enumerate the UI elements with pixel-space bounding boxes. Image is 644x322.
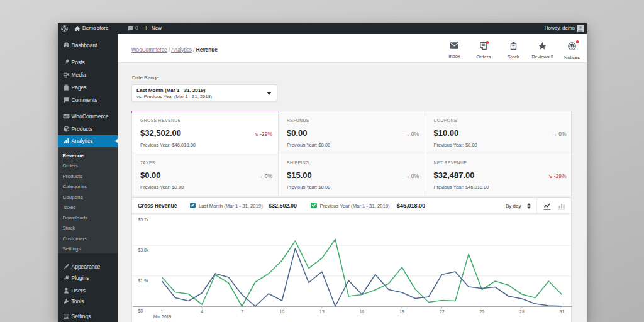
svg-text:$3.8k: $3.8k — [138, 248, 148, 252]
svg-text:28: 28 — [519, 309, 525, 314]
svg-text:$1.9k: $1.9k — [138, 279, 148, 283]
svg-text:7: 7 — [240, 309, 243, 314]
svg-text:13: 13 — [319, 309, 325, 314]
svg-text:16: 16 — [359, 309, 364, 314]
svg-text:25: 25 — [479, 309, 484, 314]
svg-text:31: 31 — [559, 309, 564, 314]
svg-text:10: 10 — [279, 309, 284, 314]
svg-text:$5.7k: $5.7k — [138, 218, 148, 222]
svg-text:22: 22 — [439, 309, 444, 314]
svg-text:1: 1 — [160, 309, 163, 314]
svg-text:$0: $0 — [138, 309, 143, 313]
svg-text:19: 19 — [399, 309, 404, 314]
svg-text:Mar 2019: Mar 2019 — [153, 314, 171, 319]
svg-text:4: 4 — [201, 309, 203, 314]
